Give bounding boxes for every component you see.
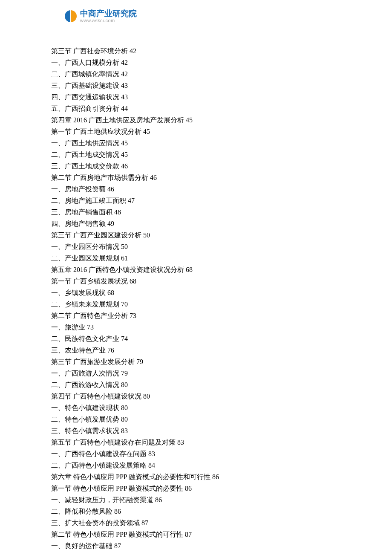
toc-entry-page: 44 [121, 105, 128, 112]
toc-entry: 二、民族特色文化产业74 [51, 333, 392, 344]
toc-entry-text: 二、降低和分散风险 [51, 508, 112, 515]
toc-entry-page: 79 [121, 370, 128, 377]
toc-entry-page: 76 [107, 347, 114, 354]
toc-entry-text: 第一节 广西土地供应状况分析 [51, 128, 141, 135]
toc-entry: 三、房地产销售面积48 [51, 206, 392, 218]
toc-entry-page: 80 [143, 393, 150, 400]
toc-entry-text: 第三节 广西旅游业发展分析 [51, 358, 135, 365]
logo-text: 中商产业研究院 www.askci.com [80, 9, 137, 23]
toc-entry-text: 三、房地产销售面积 [51, 208, 112, 216]
toc-entry-page: 79 [136, 358, 143, 365]
toc-entry-text: 一、乡镇发展现状 [51, 289, 106, 296]
toc-entry-page: 83 [148, 450, 155, 457]
toc-entry-text: 四、广西交通运输状况 [51, 93, 119, 101]
toc-entry: 一、特色小镇建设现状80 [51, 402, 392, 413]
toc-entry-text: 三、广西基础设施建设 [51, 82, 119, 89]
toc-entry-page: 42 [130, 47, 136, 55]
toc-entry-page: 73 [87, 324, 94, 331]
toc-entry: 二、降低和分散风险86 [51, 506, 392, 517]
toc-entry-page: 43 [121, 82, 128, 89]
toc-entry-text: 二、乡镇未来发展规划 [51, 301, 119, 308]
toc-entry-text: 第一节 广西乡镇发展状况 [51, 278, 128, 285]
toc-entry-text: 一、旅游业 [51, 324, 85, 331]
logo: 中商产业研究院 www.askci.com [63, 9, 392, 24]
toc-entry: 五、广西招商引资分析44 [51, 103, 392, 114]
toc-entry: 第一节 广西乡镇发展状况68 [51, 275, 392, 287]
toc-entry-page: 68 [107, 289, 114, 296]
toc-entry: 三、广西基础设施建设43 [51, 80, 392, 91]
toc-entry-text: 二、民族特色文化产业 [51, 335, 119, 342]
toc-entry-page: 86 [212, 473, 219, 480]
toc-entry: 四、广西交通运输状况43 [51, 91, 392, 103]
toc-entry-text: 一、减轻财政压力，开拓融资渠道 [51, 496, 153, 503]
toc-entry-text: 一、广西旅游人次情况 [51, 370, 119, 377]
toc-entry: 第三节 广西社会环境分析42 [51, 45, 392, 57]
toc-entry-page: 50 [143, 231, 150, 239]
toc-entry: 二、房地产施工竣工面积47 [51, 195, 392, 206]
toc-entry-page: 46 [150, 174, 157, 181]
toc-entry: 三、特色小镇需求状况83 [51, 425, 392, 436]
toc-entry: 一、广西土地供应情况45 [51, 137, 392, 149]
toc-entry: 三、扩大社会资本的投资领域87 [51, 517, 392, 529]
toc-entry-page: 46 [121, 162, 128, 170]
toc-entry-text: 一、广西人口规模分析 [51, 59, 119, 66]
toc-entry-page: 48 [114, 208, 121, 216]
toc-entry-page: 45 [121, 151, 128, 158]
toc-entry: 二、广西特色小镇建设发展策略84 [51, 460, 392, 471]
toc-entry-page: 87 [141, 519, 148, 526]
toc-entry-text: 第四节 广西特色小镇建设状况 [51, 393, 141, 400]
toc-entry: 第六章 特色小镇应用 PPP 融资模式的必要性和可行性86 [51, 471, 392, 483]
toc-entry-page: 47 [128, 197, 135, 204]
toc-entry-text: 四、房地产销售额 [51, 220, 106, 227]
toc-entry-page: 70 [121, 301, 128, 308]
toc-entry-text: 二、广西城镇化率情况 [51, 70, 119, 78]
toc-entry: 一、广西人口规模分析42 [51, 57, 392, 68]
toc-entry-page: 45 [121, 139, 128, 147]
toc-entry-page: 49 [107, 220, 114, 227]
toc-entry: 二、广西旅游收入情况80 [51, 379, 392, 390]
toc-entry-text: 二、房地产施工竣工面积 [51, 197, 126, 204]
toc-entry-page: 86 [155, 496, 162, 503]
toc-entry: 第四节 广西特色小镇建设状况80 [51, 390, 392, 402]
toc-entry: 第一节 广西土地供应状况分析45 [51, 126, 392, 137]
toc-entry-page: 43 [121, 93, 128, 101]
toc-entry-page: 87 [114, 542, 121, 549]
toc-entry-text: 一、房地产投资额 [51, 185, 106, 193]
toc-entry-page: 50 [121, 243, 128, 250]
toc-entry-text: 第一节 特色小镇应用 PPP 融资模式的必要性 [51, 485, 183, 492]
toc-entry: 第三节 广西产业园区建设分析50 [51, 229, 392, 241]
toc-entry: 二、产业园区发展规划61 [51, 252, 392, 264]
toc-entry: 一、产业园区分布情况50 [51, 241, 392, 252]
toc-entry-page: 68 [186, 266, 193, 273]
toc-entry-page: 42 [121, 70, 128, 78]
table-of-contents: 第三节 广西社会环境分析42一、广西人口规模分析42二、广西城镇化率情况42三、… [51, 45, 392, 552]
logo-url: www.askci.com [80, 18, 137, 23]
toc-entry-text: 三、扩大社会资本的投资领域 [51, 519, 140, 526]
toc-entry: 二、特色小镇发展优势80 [51, 413, 392, 425]
toc-entry-page: 45 [186, 116, 193, 124]
toc-entry-page: 45 [143, 128, 150, 135]
toc-entry-page: 73 [130, 312, 136, 319]
toc-entry: 第四章 2016 广西土地供应及房地产发展分析45 [51, 114, 392, 126]
toc-entry-text: 一、产业园区分布情况 [51, 243, 119, 250]
toc-entry: 二、广西土地成交情况45 [51, 149, 392, 160]
toc-entry-text: 第三节 广西产业园区建设分析 [51, 231, 141, 239]
toc-entry-page: 86 [185, 485, 192, 492]
toc-entry-text: 五、广西招商引资分析 [51, 105, 119, 112]
toc-entry-text: 一、广西特色小镇建设存在问题 [51, 450, 147, 457]
logo-icon [63, 9, 78, 24]
toc-entry: 第五节 广西特色小镇建设存在问题及对策83 [51, 436, 392, 448]
toc-entry: 一、房地产投资额46 [51, 183, 392, 195]
toc-entry-text: 二、广西旅游收入情况 [51, 381, 119, 388]
toc-entry-text: 第五章 2016 广西特色小镇投资建设状况分析 [51, 266, 184, 273]
toc-entry-page: 80 [121, 404, 128, 411]
toc-entry-text: 二、特色小镇发展优势 [51, 416, 119, 423]
toc-entry: 二、乡镇未来发展规划70 [51, 298, 392, 310]
toc-entry-text: 二、产业园区发展规划 [51, 254, 119, 262]
toc-entry: 第一节 特色小镇应用 PPP 融资模式的必要性86 [51, 483, 392, 494]
toc-entry-page: 87 [185, 531, 192, 538]
toc-entry: 四、房地产销售额49 [51, 218, 392, 229]
toc-entry-text: 第六章 特色小镇应用 PPP 融资模式的必要性和可行性 [51, 473, 210, 480]
toc-entry: 一、广西旅游人次情况79 [51, 367, 392, 379]
toc-entry-text: 第四章 2016 广西土地供应及房地产发展分析 [51, 116, 184, 124]
